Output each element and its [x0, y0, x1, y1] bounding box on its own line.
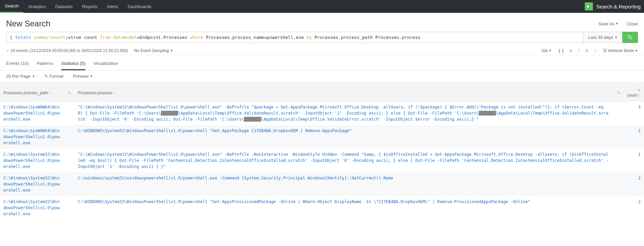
job-controls: ❚❚ ■ ↗ 🖶 ⤓ [558, 48, 597, 53]
pause-icon[interactable]: ❚❚ [558, 48, 564, 53]
nav-analytics[interactable]: Analytics [23, 0, 50, 13]
cell-count[interactable]: 2 [624, 172, 644, 196]
th-process[interactable]: Processes.process◇ [74, 82, 614, 101]
app-name[interactable]: Search & Reporting [585, 2, 641, 10]
per-page-picker[interactable]: 20 Per Page ▼ [6, 74, 35, 79]
nav-alerts[interactable]: Alerts [102, 0, 123, 13]
topnav: Search Analytics Datasets Reports Alerts… [0, 0, 156, 13]
cell-process-path[interactable]: C:\Windows\SysWOW64\WindowsPowerShell\v1… [0, 125, 64, 149]
th-count[interactable]: ✎count◇ [624, 82, 644, 101]
nav-datasets[interactable]: Datasets [50, 0, 77, 13]
cell-process-path[interactable]: C:\Windows\SysWOW64\WindowsPowerShell\v1… [0, 101, 64, 125]
job-menu[interactable]: Job ▼ [541, 48, 552, 53]
results-table: Processes.process_path◇ ✎ Processes.proc… [0, 82, 644, 220]
nav-dashboards[interactable]: Dashboards [123, 0, 156, 13]
search-row: | tstats summariesonly=true count from d… [0, 32, 644, 46]
table-row: C:\Windows\System32\WindowsPowerShell\v1… [0, 172, 644, 196]
event-sampling[interactable]: No Event Sampling ▼ [134, 48, 173, 53]
cell-count[interactable]: 1 [624, 149, 644, 172]
table-row: C:\Windows\SysWOW64\WindowsPowerShell\v1… [0, 101, 644, 125]
time-range-picker[interactable]: Last 30 days▼ [583, 32, 622, 43]
tab-visualization[interactable]: Visualization [93, 59, 118, 70]
preview-picker[interactable]: Preview ▼ [73, 74, 93, 79]
nav-search[interactable]: Search [0, 0, 23, 13]
cell-process[interactable]: C:\WINDOWS\System32\WindowsPowerShell\v1… [74, 196, 614, 220]
job-status: ✓ 10 events (31/12/2019 00:00:00.000 to … [6, 48, 128, 53]
th-edit-process[interactable]: ✎ [614, 82, 624, 101]
tab-patterns[interactable]: Patterns [37, 59, 53, 70]
search-mode[interactable]: ☰ Verbose Mode ▼ [603, 48, 638, 53]
tab-events[interactable]: Events (10) [6, 59, 28, 70]
cell-count[interactable]: 2 [624, 196, 644, 220]
cell-process-path[interactable]: C:\Windows\System32\WindowsPowerShell\v1… [0, 149, 64, 172]
topbar: Search Analytics Datasets Reports Alerts… [0, 0, 644, 13]
table-row: C:\Windows\System32\WindowsPowerShell\v1… [0, 149, 644, 172]
th-process-path[interactable]: Processes.process_path◇ [0, 82, 64, 101]
app-icon [585, 2, 593, 10]
stop-icon[interactable]: ■ [569, 48, 572, 53]
format-button[interactable]: ✎ Format [44, 74, 63, 79]
cell-process[interactable]: "C:\Windows\System32\WindowsPowerShell\v… [74, 149, 614, 172]
cell-process[interactable]: C:/windows/system32/windowspowershell/v1… [74, 172, 614, 196]
print-icon[interactable]: 🖶 [585, 48, 589, 53]
search-button[interactable] [622, 32, 638, 43]
search-input[interactable]: | tstats summariesonly=true count from d… [6, 32, 583, 43]
cell-count[interactable]: 3 [624, 101, 644, 125]
tab-statistics[interactable]: Statistics (5) [61, 59, 86, 70]
cell-count[interactable]: 2 [624, 125, 644, 149]
app-name-label: Search & Reporting [596, 4, 641, 9]
table-row: C:\Windows\System32\WindowsPowerShell\v1… [0, 196, 644, 220]
job-bar: ✓ 10 events (31/12/2019 00:00:00.000 to … [0, 46, 644, 55]
table-row: C:\Windows\SysWOW64\WindowsPowerShell\v1… [0, 125, 644, 149]
page-title: New Search [6, 19, 50, 28]
cell-process[interactable]: "C:\Windows\System32\WindowsPowerShell\v… [74, 101, 614, 125]
cell-process-path[interactable]: C:\Windows\System32\WindowsPowerShell\v1… [0, 172, 64, 196]
export-icon[interactable]: ⤓ [594, 48, 597, 53]
title-actions: Save As▼ Close [598, 21, 638, 26]
close-button[interactable]: Close [627, 21, 638, 26]
result-tabs: Events (10) Patterns Statistics (5) Visu… [0, 55, 644, 70]
cell-process-path[interactable]: C:\Windows\System32\WindowsPowerShell\v1… [0, 196, 64, 220]
share-icon[interactable]: ↗ [577, 48, 580, 53]
stats-toolbar: 20 Per Page ▼ ✎ Format Preview ▼ [0, 70, 644, 82]
saveas-button[interactable]: Save As▼ [598, 21, 619, 26]
titlebar: New Search Save As▼ Close [0, 13, 644, 32]
th-edit-path[interactable]: ✎ [64, 82, 74, 101]
cell-process[interactable]: C:\WINDOWS\System32\WindowsPowerShell\v1… [74, 125, 614, 149]
nav-reports[interactable]: Reports [77, 0, 103, 13]
